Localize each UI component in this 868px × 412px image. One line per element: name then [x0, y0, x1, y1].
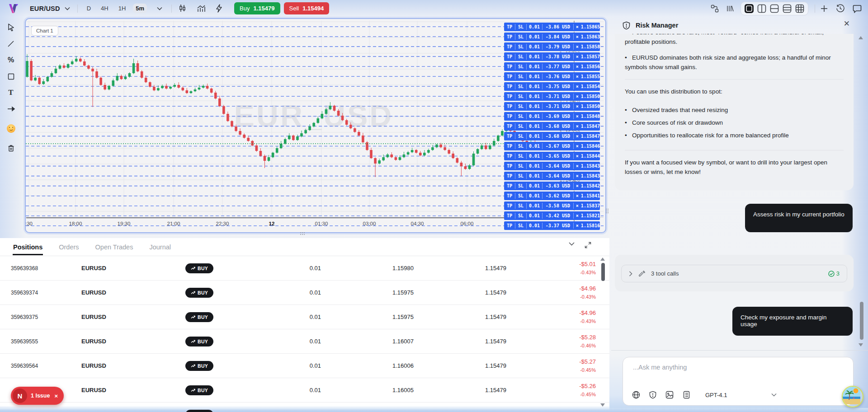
tp-sl-order-row[interactable]: TP SL 0.01 -3.84 USD × 1.15863	[504, 33, 600, 41]
tp-sl-order-row[interactable]: TP SL 0.01 -3.68 USD × 1.15847	[504, 122, 600, 131]
account-avatar[interactable]	[842, 386, 863, 407]
close-order-icon[interactable]: ×	[574, 124, 581, 129]
timeframe-4h[interactable]: 4H	[98, 4, 111, 13]
close-order-icon[interactable]: ×	[574, 64, 581, 69]
sl-button[interactable]: SL	[515, 94, 526, 99]
close-order-icon[interactable]: ×	[574, 183, 581, 188]
tp-sl-order-row[interactable]: TP SL 0.01 -3.63 USD × 1.15842	[504, 182, 600, 190]
side-badge[interactable]: BUY	[185, 263, 213, 273]
chat-panel-icon[interactable]	[853, 4, 862, 13]
sl-button[interactable]: SL	[515, 223, 526, 228]
timeframe-chevron-down-icon[interactable]	[157, 7, 162, 10]
close-panel-icon[interactable]: ✕	[844, 19, 850, 28]
collapse-panel-chevron-icon[interactable]	[569, 242, 575, 248]
position-row[interactable]: 359639564 EURUSD BUY 0.01 1.16006 1.1547…	[0, 354, 609, 378]
tp-sl-order-row[interactable]: TP SL 0.01 -3.64 USD × 1.15843	[504, 172, 600, 180]
tp-button[interactable]: TP	[504, 64, 515, 69]
rectangle-tool-icon[interactable]	[4, 70, 18, 83]
sl-button[interactable]: SL	[515, 74, 526, 79]
close-order-icon[interactable]: ×	[574, 164, 581, 169]
tp-button[interactable]: TP	[504, 164, 515, 169]
buy-button[interactable]: Buy1.15479	[234, 2, 280, 14]
close-order-icon[interactable]: ×	[574, 154, 581, 159]
add-chart-icon[interactable]	[821, 5, 828, 12]
sl-button[interactable]: SL	[515, 154, 526, 159]
timeframe-5m-active[interactable]: 5m	[133, 4, 147, 13]
sl-button[interactable]: SL	[515, 173, 526, 178]
tp-sl-order-row[interactable]: TP SL 0.01 -3.37 USD × 1.15816	[504, 221, 600, 230]
issue-notification-badge[interactable]: N 1 Issue ×	[11, 387, 64, 405]
sl-button[interactable]: SL	[515, 24, 526, 29]
table-scrollbar-thumb[interactable]	[601, 263, 605, 281]
close-order-icon[interactable]: ×	[574, 104, 581, 109]
tp-button[interactable]: TP	[504, 84, 515, 89]
sl-button[interactable]: SL	[515, 104, 526, 109]
sl-button[interactable]: SL	[515, 84, 526, 89]
attach-image-icon[interactable]	[665, 391, 674, 399]
link-symbols-icon[interactable]	[711, 5, 719, 13]
tp-sl-order-row[interactable]: TP SL 0.01 -3.71 USD × 1.15850	[504, 92, 600, 101]
tp-sl-order-row[interactable]: TP SL 0.01 -3.58 USD × 1.15837	[504, 201, 600, 210]
tp-sl-order-row[interactable]: TP SL 0.01 -3.77 USD × 1.15856	[504, 62, 600, 71]
history-icon[interactable]	[836, 4, 844, 13]
sl-button[interactable]: SL	[515, 64, 526, 69]
tp-button[interactable]: TP	[504, 203, 515, 208]
layout-grid-icon[interactable]	[795, 4, 805, 14]
side-badge[interactable]: BUY	[185, 288, 213, 298]
risk-shield-icon[interactable]	[649, 391, 656, 399]
table-scroll-down-icon[interactable]	[600, 403, 605, 407]
tp-button[interactable]: TP	[504, 124, 515, 129]
journal-notes-icon[interactable]	[683, 391, 690, 399]
horizontal-splitter-handle[interactable]	[300, 232, 306, 236]
sl-button[interactable]: SL	[515, 193, 526, 198]
position-row[interactable]: 359639374 EURUSD BUY 0.01 1.15975 1.1547…	[0, 281, 609, 305]
expand-panel-icon[interactable]	[585, 242, 591, 248]
table-scroll-up-icon[interactable]	[600, 258, 605, 261]
cursor-tool-icon[interactable]	[4, 20, 18, 34]
tp-sl-order-row[interactable]: TP SL 0.01 -3.68 USD × 1.15847	[504, 132, 600, 140]
sl-button[interactable]: SL	[515, 34, 526, 39]
tp-button[interactable]: TP	[504, 173, 515, 178]
tp-button[interactable]: TP	[504, 74, 515, 79]
close-order-icon[interactable]: ×	[574, 24, 581, 29]
side-badge[interactable]: BUY	[185, 410, 213, 412]
sl-button[interactable]: SL	[515, 144, 526, 149]
layout-three-rows-icon[interactable]	[782, 4, 792, 14]
position-row[interactable]: EURUSD BUY 0.01 1.16005 1.15479 -$5.26-0…	[0, 378, 609, 403]
close-order-icon[interactable]: ×	[574, 114, 581, 119]
tp-button[interactable]: TP	[504, 104, 515, 109]
candlestick-chart-icon[interactable]	[178, 4, 187, 13]
vertical-splitter-handle[interactable]	[606, 209, 609, 214]
sl-button[interactable]: SL	[515, 54, 526, 59]
close-order-icon[interactable]: ×	[574, 84, 581, 89]
tp-sl-order-row[interactable]: TP SL 0.01 -3.75 USD × 1.15854	[504, 82, 600, 91]
close-order-icon[interactable]: ×	[574, 144, 581, 149]
quick-trade-bolt-icon[interactable]	[216, 4, 222, 13]
sl-button[interactable]: SL	[515, 213, 526, 218]
position-row[interactable]: 359639375 EURUSD BUY 0.01 1.15975 1.1547…	[0, 305, 609, 329]
close-order-icon[interactable]: ×	[574, 193, 581, 198]
tp-sl-order-row[interactable]: TP SL 0.01 -3.79 USD × 1.15858	[504, 42, 600, 51]
layout-single-active-icon[interactable]	[744, 4, 754, 14]
position-row[interactable]: 359639568 EURUSD BUY 0.01 1.16004 1.1547…	[0, 403, 609, 412]
sell-button[interactable]: Sell1.15494	[284, 2, 330, 14]
sl-button[interactable]: SL	[515, 114, 526, 119]
tp-sl-order-row[interactable]: TP SL 0.01 -3.76 USD × 1.15855	[504, 72, 600, 81]
close-order-icon[interactable]: ×	[574, 94, 581, 99]
arrow-tool-icon[interactable]	[4, 102, 18, 116]
tp-button[interactable]: TP	[504, 34, 515, 39]
issue-close-icon[interactable]: ×	[54, 393, 58, 399]
tool-calls-expander[interactable]: 3 tool calls 3	[621, 265, 847, 282]
trend-line-tool-icon[interactable]	[4, 37, 18, 51]
layout-two-columns-icon[interactable]	[757, 4, 767, 14]
tp-button[interactable]: TP	[504, 54, 515, 59]
symbol-chevron-down-icon[interactable]	[65, 7, 70, 10]
percent-tool-icon[interactable]: %	[4, 53, 18, 67]
timeframe-1h[interactable]: 1H	[116, 4, 129, 13]
tp-button[interactable]: TP	[504, 114, 515, 119]
tp-button[interactable]: TP	[504, 44, 515, 49]
tab-journal[interactable]: Journal	[149, 239, 171, 255]
side-badge[interactable]: BUY	[185, 312, 213, 322]
close-order-icon[interactable]: ×	[574, 54, 581, 59]
web-search-globe-icon[interactable]	[632, 391, 640, 399]
